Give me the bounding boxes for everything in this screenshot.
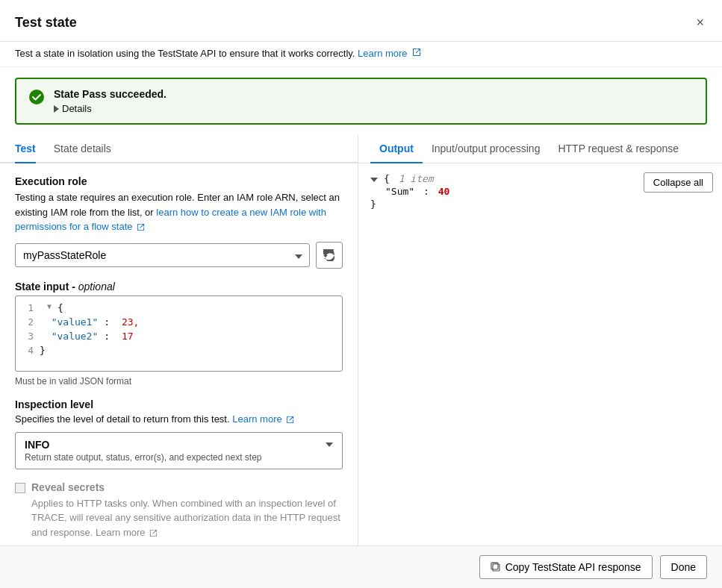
execution-role-label: Execution role bbox=[15, 175, 343, 187]
reveal-secrets-section: Reveal secrets Applies to HTTP tasks onl… bbox=[15, 481, 343, 540]
fold-open-icon bbox=[370, 178, 378, 182]
triangle-right-icon bbox=[54, 105, 59, 113]
inspection-level-label: Inspection level bbox=[15, 398, 343, 410]
code-line-3: 3 "value2" : 17 bbox=[16, 329, 342, 343]
role-select[interactable]: myPassStateRole myOtherRole bbox=[15, 243, 310, 267]
external-link-icon bbox=[412, 48, 421, 57]
reveal-secrets-desc: Applies to HTTP tasks only. When combine… bbox=[31, 496, 343, 540]
inspection-learn-more-icon bbox=[286, 416, 294, 424]
tab-test[interactable]: Test bbox=[15, 135, 36, 163]
json-line-close: } bbox=[370, 198, 710, 210]
reveal-secrets-content: Reveal secrets Applies to HTTP tasks onl… bbox=[31, 481, 343, 540]
left-panel: Test State details Execution role Testin… bbox=[0, 135, 358, 545]
code-line-4: 4 } bbox=[16, 343, 342, 357]
svg-rect-1 bbox=[493, 564, 500, 571]
code-editor[interactable]: 1 ▼ { 2 "value1" : 23, 3 "value bbox=[15, 295, 343, 372]
chevron-down-icon bbox=[326, 442, 333, 447]
right-content: Collapse all { 1 item "Sum" : 40 bbox=[358, 163, 722, 545]
right-panel: Output Input/output processing HTTP requ… bbox=[358, 135, 722, 545]
execution-role-desc: Testing a state requires an execution ro… bbox=[15, 190, 343, 234]
success-content: State Pass succeeded. Details bbox=[54, 88, 694, 114]
role-select-wrapper: myPassStateRole myOtherRole bbox=[15, 243, 310, 267]
modal-subtitle: Test a state in isolation using the Test… bbox=[0, 42, 722, 67]
tab-state-details[interactable]: State details bbox=[54, 135, 111, 163]
tab-input-output-processing[interactable]: Input/output processing bbox=[423, 135, 550, 163]
left-content: Execution role Testing a state requires … bbox=[0, 163, 358, 545]
left-tabs: Test State details bbox=[0, 135, 358, 163]
copy-icon bbox=[491, 562, 501, 572]
success-icon bbox=[28, 89, 45, 105]
optional-label: optional bbox=[78, 281, 115, 293]
inspection-learn-more-link[interactable]: Learn more bbox=[232, 413, 294, 425]
modal-footer: Copy TestState API response Done bbox=[0, 545, 722, 588]
code-line-1: 1 ▼ { bbox=[16, 301, 342, 315]
iam-link-icon bbox=[137, 223, 145, 231]
success-title: State Pass succeeded. bbox=[54, 88, 694, 100]
code-line-2: 2 "value1" : 23, bbox=[16, 315, 342, 329]
reveal-learn-more-icon bbox=[149, 529, 158, 537]
modal-body: Test State details Execution role Testin… bbox=[0, 135, 722, 545]
svg-point-0 bbox=[29, 90, 44, 104]
inspection-level-select[interactable]: INFO Return state output, status, error(… bbox=[15, 432, 343, 469]
reveal-secrets-label: Reveal secrets bbox=[31, 481, 343, 493]
reveal-secrets-checkbox bbox=[15, 483, 25, 493]
refresh-icon bbox=[323, 249, 335, 261]
reveal-secrets-link[interactable]: Learn more bbox=[96, 527, 158, 538]
code-editor-inner: 1 ▼ { 2 "value1" : 23, 3 "value bbox=[16, 296, 342, 371]
inspection-section: Inspection level Specifies the level of … bbox=[15, 398, 343, 469]
collapse-all-button[interactable]: Collapse all bbox=[644, 172, 713, 193]
success-details-toggle[interactable]: Details bbox=[54, 103, 92, 114]
tab-http-request-response[interactable]: HTTP request & response bbox=[549, 135, 688, 163]
learn-more-link[interactable]: Learn more bbox=[358, 48, 421, 59]
modal-title: Test state bbox=[15, 15, 77, 31]
right-tabs: Output Input/output processing HTTP requ… bbox=[358, 135, 722, 163]
test-state-modal: Test state × Test a state in isolation u… bbox=[0, 0, 722, 588]
modal-header: Test state × bbox=[0, 0, 722, 42]
inspection-level-value: INFO bbox=[25, 439, 49, 451]
success-banner: State Pass succeeded. Details bbox=[15, 78, 707, 125]
copy-teststate-api-response-button[interactable]: Copy TestState API response bbox=[479, 555, 653, 579]
refresh-button[interactable] bbox=[316, 242, 343, 269]
done-button[interactable]: Done bbox=[660, 555, 707, 579]
format-hint: Must be in valid JSON format bbox=[15, 376, 343, 387]
svg-rect-2 bbox=[491, 563, 498, 569]
close-button[interactable]: × bbox=[693, 12, 707, 34]
state-input-label: State input - optional bbox=[15, 281, 343, 293]
inspection-level-sub: Return state output, status, error(s), a… bbox=[25, 452, 333, 463]
inspection-desc: Specifies the level of detail to return … bbox=[15, 413, 343, 425]
role-row: myPassStateRole myOtherRole bbox=[15, 242, 343, 269]
tab-output[interactable]: Output bbox=[370, 135, 423, 163]
